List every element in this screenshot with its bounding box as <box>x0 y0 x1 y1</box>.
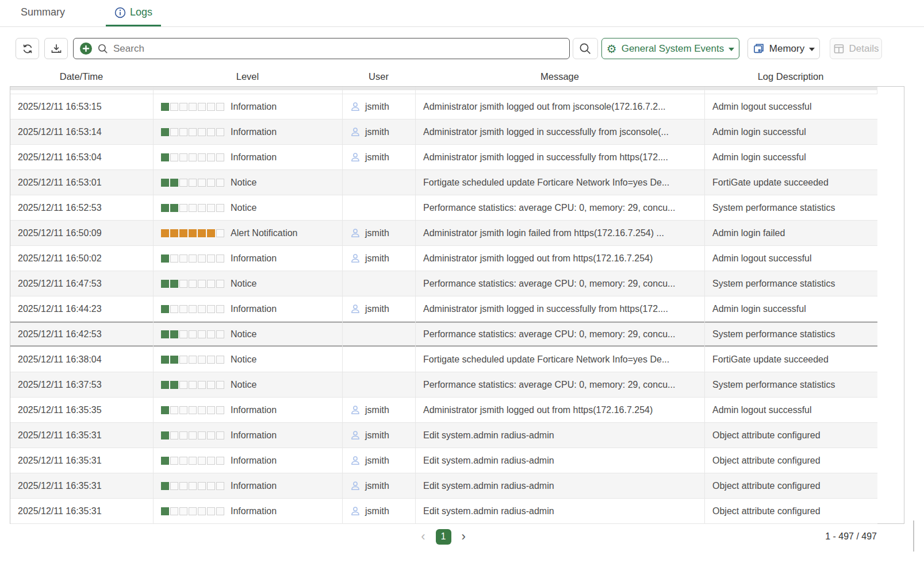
severity-segment <box>198 381 206 389</box>
previous-page-icon[interactable]: ‹ <box>419 530 427 543</box>
severity-segment <box>198 330 206 338</box>
severity-segment <box>216 179 224 187</box>
severity-segment <box>170 406 178 414</box>
cell-description: Admin logout successful <box>705 246 877 271</box>
cell-message: Administrator jsmith login failed from h… <box>416 221 705 245</box>
cell-description: Admin login failed <box>705 221 877 245</box>
severity-segment <box>198 103 206 111</box>
severity-segment <box>179 153 187 161</box>
severity-segment <box>207 229 215 237</box>
column-header-user[interactable]: User <box>342 71 415 82</box>
severity-segment <box>198 356 206 364</box>
cell-datetime: 2025/12/11 16:44:23 <box>10 296 154 321</box>
severity-segment <box>207 431 215 439</box>
severity-segment <box>198 280 206 288</box>
cell-datetime: 2025/12/11 16:38:04 <box>10 347 154 372</box>
current-page-button[interactable]: 1 <box>436 529 451 545</box>
severity-segment <box>198 179 206 187</box>
severity-segment <box>189 229 197 237</box>
scrollbar-thumb[interactable] <box>913 520 914 552</box>
severity-meter <box>161 254 224 263</box>
cell-datetime: 2025/12/11 16:47:53 <box>10 271 154 296</box>
severity-segment <box>198 507 206 515</box>
user-name: jsmith <box>365 430 389 441</box>
tab-bar: Summary Logs <box>0 0 924 27</box>
severity-segment <box>170 179 178 187</box>
severity-segment <box>161 381 169 389</box>
search-input[interactable] <box>113 43 563 55</box>
severity-segment <box>198 457 206 465</box>
severity-segment <box>161 457 169 465</box>
severity-segment <box>189 103 197 111</box>
table-row[interactable]: 2025/12/11 16:50:09 Alert Notification j… <box>10 221 877 246</box>
cell-description: Object attribute configured <box>705 499 877 523</box>
tab-logs[interactable]: Logs <box>106 0 161 26</box>
cell-message: Fortigate scheduled update Forticare Net… <box>416 347 705 372</box>
log-category-dropdown[interactable]: ⚙ General System Events <box>601 38 739 59</box>
severity-segment <box>179 229 187 237</box>
severity-segment <box>170 254 178 263</box>
next-page-icon[interactable]: › <box>459 530 468 543</box>
severity-meter <box>161 153 224 161</box>
gear-icon: ⚙ <box>607 43 617 55</box>
table-row[interactable]: 2025/12/11 16:37:53 Notice Performance s… <box>10 372 877 398</box>
severity-segment <box>207 128 215 136</box>
refresh-button[interactable] <box>16 38 39 59</box>
table-row[interactable]: 2025/12/11 16:53:15 Information jsmith A… <box>10 94 877 119</box>
severity-segment <box>189 356 197 364</box>
severity-segment <box>207 381 215 389</box>
column-header-datetime[interactable]: Date/Time <box>10 71 153 82</box>
tab-summary[interactable]: Summary <box>12 0 74 26</box>
table-row[interactable]: 2025/12/11 16:35:31 Information jsmith E… <box>10 499 877 524</box>
table-row[interactable]: 2025/12/11 16:50:02 Information jsmith A… <box>10 246 877 271</box>
table-row[interactable]: 2025/12/11 16:42:53 Notice Performance s… <box>10 322 877 347</box>
severity-segment <box>207 204 215 212</box>
log-viewer-page: Summary Logs <box>0 0 924 563</box>
add-filter-icon[interactable] <box>79 42 93 55</box>
toolbar: ⚙ General System Events Memory <box>0 28 924 67</box>
cell-message: Fortigate scheduled update Forticare Net… <box>416 170 705 195</box>
severity-segment <box>189 457 197 465</box>
search-button[interactable] <box>573 38 598 59</box>
table-row[interactable]: 2025/12/11 16:47:53 Notice Performance s… <box>10 271 877 296</box>
table-row[interactable]: 2025/12/11 16:53:14 Information jsmith A… <box>10 119 877 145</box>
cell-level: Information <box>154 499 343 523</box>
cell-datetime: 2025/12/11 16:37:53 <box>10 372 154 397</box>
table-row[interactable]: 2025/12/11 16:35:35 Information jsmith A… <box>10 398 877 423</box>
user-icon <box>350 405 361 415</box>
cell-user: jsmith <box>343 246 416 271</box>
cell-description: FortiGate update succeeded <box>705 347 877 372</box>
severity-segment <box>170 153 178 161</box>
table-row[interactable]: 2025/12/11 16:35:31 Information jsmith E… <box>10 473 877 499</box>
details-button[interactable]: Details <box>830 38 882 59</box>
log-category-label: General System Events <box>622 43 724 55</box>
column-header-description[interactable]: Log Description <box>704 71 877 82</box>
cell-message: Performance statistics: average CPU: 0, … <box>416 322 705 346</box>
severity-segment <box>170 330 178 338</box>
table-row[interactable]: 2025/12/11 16:52:53 Notice Performance s… <box>10 195 877 221</box>
severity-segment <box>189 305 197 313</box>
chevron-down-icon <box>809 48 815 51</box>
cell-level: Information <box>154 448 343 473</box>
severity-segment <box>207 103 215 111</box>
severity-segment <box>170 457 178 465</box>
memory-icon <box>753 43 765 55</box>
severity-segment <box>198 153 206 161</box>
severity-segment <box>179 204 187 212</box>
download-log-button[interactable] <box>44 38 68 59</box>
severity-segment <box>216 254 224 263</box>
column-header-message[interactable]: Message <box>415 71 704 82</box>
table-row[interactable]: 2025/12/11 16:35:31 Information jsmith E… <box>10 448 877 473</box>
cell-description: Admin logout successful <box>705 398 877 422</box>
table-row[interactable]: 2025/12/11 16:53:01 Notice Fortigate sch… <box>10 170 877 195</box>
table-row[interactable]: 2025/12/11 16:35:31 Information jsmith E… <box>10 423 877 448</box>
table-row[interactable]: 2025/12/11 16:44:23 Information jsmith A… <box>10 296 877 322</box>
log-source-dropdown[interactable]: Memory <box>747 38 820 59</box>
severity-segment <box>161 356 169 364</box>
table-row[interactable]: 2025/12/11 16:38:04 Notice Fortigate sch… <box>10 347 877 372</box>
column-header-level[interactable]: Level <box>153 71 342 82</box>
cell-level: Information <box>154 398 343 422</box>
cell-message: Edit system.admin radius-admin <box>416 473 705 498</box>
table-row[interactable]: 2025/12/11 16:53:04 Information jsmith A… <box>10 145 877 170</box>
tab-summary-label: Summary <box>21 6 65 18</box>
